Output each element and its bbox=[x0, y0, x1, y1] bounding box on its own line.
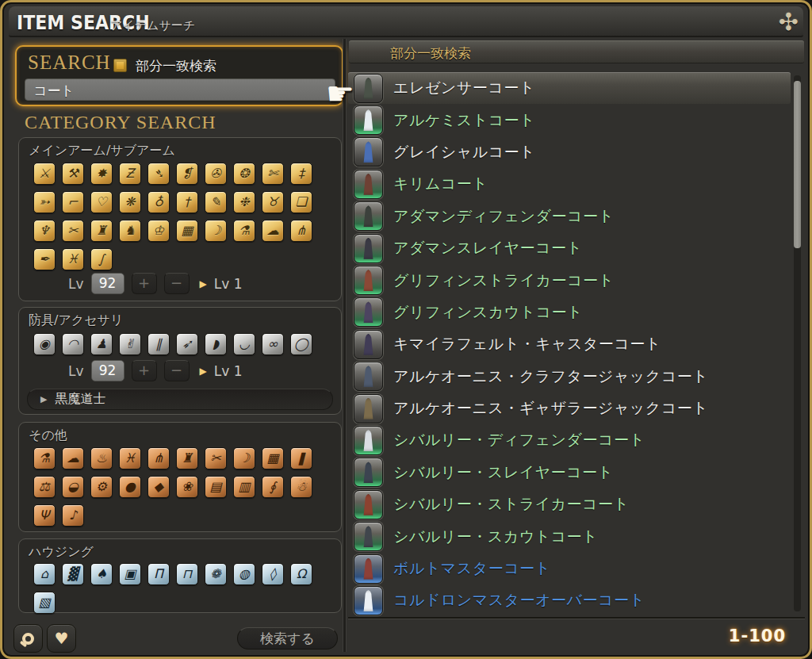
ingredient-icon[interactable]: ☁ bbox=[62, 447, 84, 469]
result-row[interactable]: グリフィンストライカーコート bbox=[348, 264, 791, 296]
partition-icon[interactable]: ▓ bbox=[62, 563, 84, 585]
chest-sparkle-icon[interactable]: ▥ bbox=[233, 476, 255, 498]
brush-icon[interactable]: ✎ bbox=[205, 191, 227, 213]
fist-icon[interactable]: ✸ bbox=[90, 163, 113, 185]
house-icon[interactable]: ⌂ bbox=[33, 563, 56, 585]
painting-icon[interactable]: ▧ bbox=[33, 592, 56, 614]
quill-icon[interactable]: ✒ bbox=[33, 248, 56, 270]
weapon-level-increase-button[interactable]: + bbox=[132, 273, 157, 294]
legs-icon[interactable]: ∥ bbox=[147, 333, 170, 355]
bread-icon[interactable]: ☁ bbox=[262, 220, 284, 242]
result-row[interactable]: コルドロンマスターオーバーコート bbox=[348, 584, 791, 616]
net-icon[interactable]: ▦ bbox=[262, 447, 284, 469]
result-row[interactable]: シバルリー・ストライカーコート bbox=[348, 489, 791, 520]
weapon-level-value[interactable]: 92 bbox=[91, 273, 124, 294]
crossed-swords-icon[interactable]: ⚔ bbox=[33, 163, 56, 185]
hook-blade-icon[interactable]: ❡ bbox=[176, 163, 198, 185]
weaving-shuttle-icon[interactable]: ☽ bbox=[233, 447, 255, 469]
result-row[interactable]: グリフィンスカウトコート bbox=[348, 297, 791, 328]
partial-match-checkbox[interactable] bbox=[113, 59, 127, 72]
loom-icon[interactable]: ▦ bbox=[176, 220, 198, 242]
result-row[interactable]: アダマンスレイヤーコート bbox=[348, 232, 791, 264]
alembic-icon[interactable]: ⚗ bbox=[233, 220, 255, 242]
result-row[interactable]: ボルトマスターコート bbox=[348, 553, 791, 584]
swirl-icon[interactable]: ∮ bbox=[262, 476, 284, 498]
favorites-button[interactable]: ♥ bbox=[47, 624, 76, 653]
result-row[interactable]: シバルリー・ディフェンダーコート bbox=[348, 424, 791, 456]
bone-icon[interactable]: ❚ bbox=[290, 447, 312, 469]
crown-helm-icon[interactable]: ❋ bbox=[119, 191, 141, 213]
chakram-icon[interactable]: ❂ bbox=[233, 163, 255, 185]
twin-blades-icon[interactable]: ✄ bbox=[262, 163, 284, 185]
class-filter-dropdown[interactable]: ▶ 黒魔道士 bbox=[27, 389, 333, 410]
result-row[interactable]: シバルリー・スレイヤーコート bbox=[348, 457, 791, 489]
fish-icon[interactable]: ♓ bbox=[62, 248, 84, 270]
glider-icon[interactable]: Ψ bbox=[33, 504, 56, 527]
branch-icon[interactable]: ❉ bbox=[233, 191, 255, 213]
bracelet-icon[interactable]: ◗ bbox=[205, 333, 227, 355]
cane-icon[interactable]: ♡ bbox=[90, 191, 113, 213]
result-row[interactable]: アルケオーニス・ギャザラージャックコート bbox=[348, 393, 791, 424]
carpentry-saw-icon[interactable]: ✂ bbox=[205, 447, 227, 469]
search-input[interactable]: コート bbox=[25, 79, 335, 101]
crossed-axes-icon[interactable]: ⚒ bbox=[62, 163, 84, 185]
result-row[interactable]: キリムコート bbox=[348, 168, 791, 200]
meal-icon[interactable]: ♨ bbox=[90, 447, 113, 469]
armor-level-increase-button[interactable]: + bbox=[132, 360, 157, 381]
orchestrion-note-icon[interactable]: ♪ bbox=[62, 504, 84, 527]
daggers-icon[interactable]: ‡ bbox=[290, 163, 312, 185]
result-row[interactable]: グレイシャルコート bbox=[348, 136, 791, 168]
chest-icon[interactable]: ▤ bbox=[205, 476, 227, 498]
firearm-icon[interactable]: ✇ bbox=[205, 163, 227, 185]
crystal-icon[interactable]: ◆ bbox=[147, 476, 170, 498]
fish-item-icon[interactable]: ♓ bbox=[119, 447, 141, 469]
search-submit-button[interactable]: 検索する bbox=[237, 627, 338, 649]
orb-icon[interactable]: ● bbox=[119, 476, 141, 498]
figure-icon[interactable]: ☃ bbox=[290, 476, 312, 498]
results-scrollbar[interactable] bbox=[794, 75, 801, 611]
gloves-icon[interactable]: ✌ bbox=[119, 333, 141, 355]
trident-icon[interactable]: ♆ bbox=[33, 220, 56, 242]
item-search-lens-button[interactable] bbox=[13, 624, 43, 653]
shield-icon[interactable]: ◉ bbox=[33, 333, 56, 355]
sickle-icon[interactable]: ∫ bbox=[90, 248, 113, 270]
tree-icon[interactable]: ♠ bbox=[90, 563, 113, 585]
result-row[interactable]: エレゼンサーコート bbox=[348, 72, 791, 104]
armor-level-value[interactable]: 92 bbox=[91, 360, 124, 381]
gears-icon[interactable]: ⚙ bbox=[90, 476, 113, 498]
ring-icon[interactable]: ◯ bbox=[290, 333, 312, 355]
vase-icon[interactable]: ❁ bbox=[205, 563, 227, 585]
helm-icon[interactable]: ♞ bbox=[119, 220, 141, 242]
result-row[interactable]: キマイラフェルト・キャスターコート bbox=[348, 328, 791, 360]
bag-icon[interactable]: Ω bbox=[290, 563, 312, 585]
armor-level-decrease-button[interactable]: − bbox=[164, 360, 190, 381]
shuttle-icon[interactable]: ☽ bbox=[205, 220, 227, 242]
necklace-icon[interactable]: ◡ bbox=[233, 333, 255, 355]
katana-icon[interactable]: Ƶ bbox=[119, 163, 141, 185]
window-settings-pinwheel-icon[interactable]: ✣ bbox=[779, 8, 799, 36]
sprout-icon[interactable]: ❀ bbox=[176, 476, 198, 498]
result-row[interactable]: シバルリー・スカウトコート bbox=[348, 520, 791, 552]
table-icon[interactable]: ⊓ bbox=[176, 563, 198, 585]
result-row[interactable]: アルケオーニス・クラフタージャックコート bbox=[348, 361, 791, 393]
globe-icon[interactable]: ♁ bbox=[147, 191, 170, 213]
bow-icon[interactable]: ➳ bbox=[33, 191, 56, 213]
spear-icon[interactable]: ➴ bbox=[147, 163, 170, 185]
rug-icon[interactable]: ◊ bbox=[262, 563, 284, 585]
result-row[interactable]: アルケミストコート bbox=[348, 104, 791, 136]
anvil-icon[interactable]: ♜ bbox=[90, 220, 113, 242]
signboard-icon[interactable]: ▣ bbox=[119, 563, 141, 585]
boots-icon[interactable]: ➶ bbox=[176, 333, 198, 355]
body-armor-icon[interactable]: ♟ bbox=[90, 333, 113, 355]
crown-icon[interactable]: ♔ bbox=[147, 220, 170, 242]
gun-icon[interactable]: ⌐ bbox=[62, 191, 84, 213]
hat-icon[interactable]: ◠ bbox=[62, 333, 84, 355]
saw-icon[interactable]: ✂ bbox=[62, 220, 84, 242]
lantern-icon[interactable]: ◍ bbox=[233, 563, 255, 585]
horns-icon[interactable]: ♉ bbox=[262, 191, 284, 213]
grimoire-icon[interactable]: ❏ bbox=[290, 191, 312, 213]
mining-pick-icon[interactable]: ⋔ bbox=[147, 447, 170, 469]
rod-icon[interactable]: † bbox=[176, 191, 198, 213]
pickaxe-icon[interactable]: ⋔ bbox=[290, 220, 312, 242]
scrollbar-thumb[interactable] bbox=[794, 81, 801, 248]
